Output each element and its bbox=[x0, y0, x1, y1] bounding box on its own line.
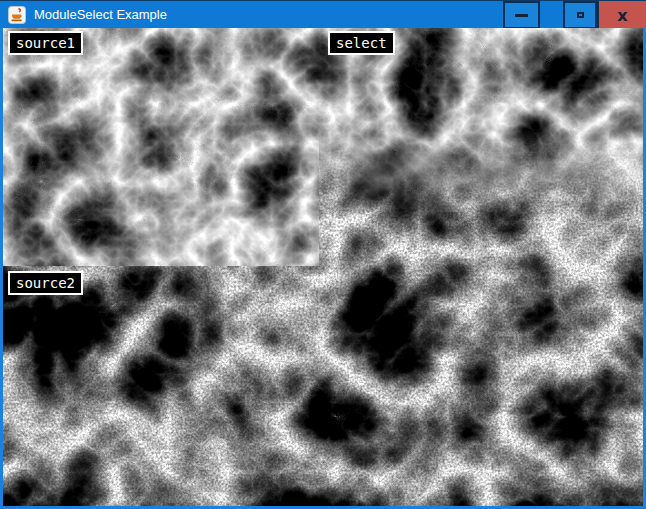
window-title: ModuleSelect Example bbox=[34, 1, 167, 28]
title-bar[interactable]: ModuleSelect Example x bbox=[0, 0, 646, 28]
minimize-button[interactable] bbox=[503, 1, 540, 29]
content-area: source1 select source2 bbox=[0, 28, 646, 509]
app-window: ModuleSelect Example x bbox=[0, 0, 646, 509]
java-app-icon bbox=[8, 6, 26, 24]
source2-noise-region bbox=[3, 266, 643, 506]
maximize-icon bbox=[577, 12, 584, 18]
label-source2: source2 bbox=[8, 271, 83, 295]
close-icon: x bbox=[617, 6, 627, 25]
minimize-icon bbox=[515, 14, 528, 17]
select-grainy-region bbox=[319, 128, 643, 266]
label-source1: source1 bbox=[8, 31, 83, 55]
saucer bbox=[11, 20, 21, 22]
caption-buttons: x bbox=[503, 1, 646, 29]
label-select: select bbox=[328, 31, 395, 55]
maximize-button[interactable] bbox=[563, 1, 597, 29]
close-button[interactable]: x bbox=[597, 1, 646, 29]
noise-render-canvas bbox=[3, 28, 643, 506]
